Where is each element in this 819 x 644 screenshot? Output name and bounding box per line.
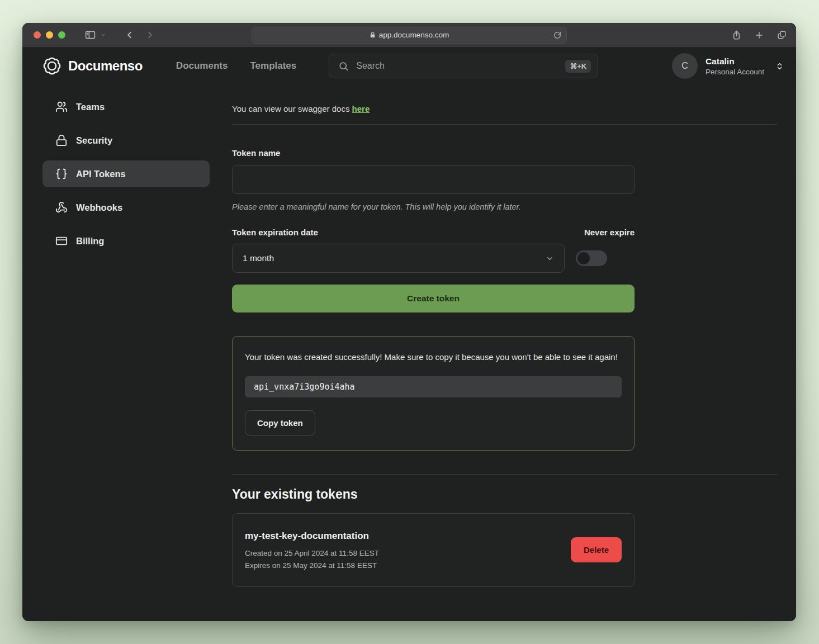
app-header: Documenso Documents Templates Search ⌘+K… bbox=[22, 48, 796, 84]
address-bar[interactable]: app.documenso.com bbox=[252, 27, 567, 44]
nav-documents[interactable]: Documents bbox=[176, 60, 228, 72]
chevron-down-icon bbox=[546, 254, 554, 263]
toggle-knob bbox=[577, 252, 590, 264]
sidebar-toggle-icon[interactable] bbox=[84, 29, 96, 41]
token-expiration-label: Token expiration date bbox=[232, 228, 318, 237]
sidebar-item-security[interactable]: Security bbox=[42, 127, 210, 154]
zoom-window-button[interactable] bbox=[58, 31, 65, 39]
create-token-button[interactable]: Create token bbox=[232, 285, 635, 312]
desktop: app.documenso.com bbox=[0, 0, 819, 644]
token-name-label: Token name bbox=[232, 148, 777, 158]
documenso-app: Documenso Documents Templates Search ⌘+K… bbox=[22, 48, 796, 621]
sidebar-item-teams[interactable]: Teams bbox=[42, 93, 210, 120]
sidebar-item-api-tokens[interactable]: API Tokens bbox=[42, 160, 210, 187]
account-menu[interactable]: C Catalin Personal Account bbox=[672, 53, 784, 79]
api-tokens-content: You can view our swagger docs here Token… bbox=[212, 87, 796, 621]
token-name-hint: Please enter a meaningful name for your … bbox=[232, 202, 777, 211]
expiration-selected-value: 1 month bbox=[243, 253, 274, 263]
search-icon bbox=[338, 61, 349, 72]
users-icon bbox=[55, 101, 68, 113]
forward-icon[interactable] bbox=[145, 30, 155, 40]
token-card-info: my-test-key-documentation Created on 25 … bbox=[245, 531, 379, 570]
minimize-window-button[interactable] bbox=[46, 31, 53, 39]
settings-sidebar: Teams Security API Tokens Webhooks bbox=[22, 87, 212, 621]
app-body: Teams Security API Tokens Webhooks bbox=[22, 84, 796, 621]
never-expire-toggle[interactable] bbox=[576, 250, 607, 266]
nav-templates[interactable]: Templates bbox=[250, 60, 296, 72]
divider bbox=[232, 124, 777, 125]
brand-logo[interactable]: Documenso bbox=[42, 56, 143, 75]
existing-tokens-heading: Your existing tokens bbox=[232, 487, 777, 502]
webhook-icon bbox=[55, 201, 68, 214]
share-icon[interactable] bbox=[731, 30, 742, 41]
brand-name: Documenso bbox=[68, 58, 143, 74]
chevrons-up-down-icon bbox=[775, 62, 784, 70]
expiration-select[interactable]: 1 month bbox=[232, 244, 565, 273]
sidebar-menu-chevron-down-icon[interactable] bbox=[100, 32, 106, 38]
sidebar-item-webhooks[interactable]: Webhooks bbox=[42, 194, 210, 221]
url-text: app.documenso.com bbox=[379, 31, 449, 39]
token-card: my-test-key-documentation Created on 25 … bbox=[232, 513, 635, 587]
new-tab-icon[interactable] bbox=[754, 30, 764, 40]
traffic-lights bbox=[34, 31, 65, 39]
main-nav: Documents Templates bbox=[176, 60, 296, 72]
token-expires-date: Expires on 25 May 2024 at 11:58 EEST bbox=[245, 561, 379, 570]
sidebar-item-label: Billing bbox=[76, 236, 104, 247]
divider bbox=[232, 474, 777, 475]
token-card-name: my-test-key-documentation bbox=[245, 531, 379, 542]
credit-card-icon bbox=[55, 235, 68, 247]
token-value-field[interactable]: api_vnxa7i3go9oi4aha bbox=[245, 376, 622, 397]
delete-token-button[interactable]: Delete bbox=[571, 537, 622, 562]
documenso-logo-icon bbox=[42, 56, 61, 75]
tab-overview-icon[interactable] bbox=[777, 30, 787, 40]
sidebar-item-label: Security bbox=[76, 135, 112, 146]
back-icon[interactable] bbox=[124, 30, 135, 40]
search-placeholder: Search bbox=[356, 61, 385, 71]
token-created-date: Created on 25 April 2024 at 11:58 EEST bbox=[245, 549, 379, 557]
close-window-button[interactable] bbox=[34, 31, 41, 39]
braces-icon bbox=[55, 168, 68, 180]
lock-icon bbox=[55, 134, 68, 146]
token-created-message: Your token was created successfully! Mak… bbox=[245, 350, 622, 364]
token-name-input[interactable] bbox=[232, 165, 635, 194]
never-expire-label: Never expire bbox=[584, 228, 635, 237]
account-type: Personal Account bbox=[706, 68, 764, 76]
reload-icon[interactable] bbox=[553, 31, 561, 39]
token-created-alert: Your token was created successfully! Mak… bbox=[232, 336, 635, 451]
swagger-docs-link[interactable]: here bbox=[352, 104, 370, 113]
toolbar-right bbox=[731, 30, 787, 41]
sidebar-item-label: Webhooks bbox=[76, 202, 122, 213]
swagger-docs-line: You can view our swagger docs here bbox=[232, 104, 777, 113]
tls-lock-icon bbox=[370, 31, 376, 39]
account-name: Catalin bbox=[706, 56, 764, 68]
copy-token-button[interactable]: Copy token bbox=[245, 410, 315, 435]
search-shortcut-badge: ⌘+K bbox=[565, 60, 591, 73]
browser-window: app.documenso.com bbox=[22, 23, 796, 621]
sidebar-item-label: API Tokens bbox=[76, 169, 126, 179]
browser-toolbar: app.documenso.com bbox=[22, 23, 796, 48]
swagger-text: You can view our swagger docs bbox=[232, 104, 352, 113]
sidebar-item-label: Teams bbox=[76, 102, 105, 112]
search-input[interactable]: Search ⌘+K bbox=[329, 54, 598, 78]
avatar: C bbox=[672, 53, 698, 79]
sidebar-item-billing[interactable]: Billing bbox=[42, 228, 210, 254]
